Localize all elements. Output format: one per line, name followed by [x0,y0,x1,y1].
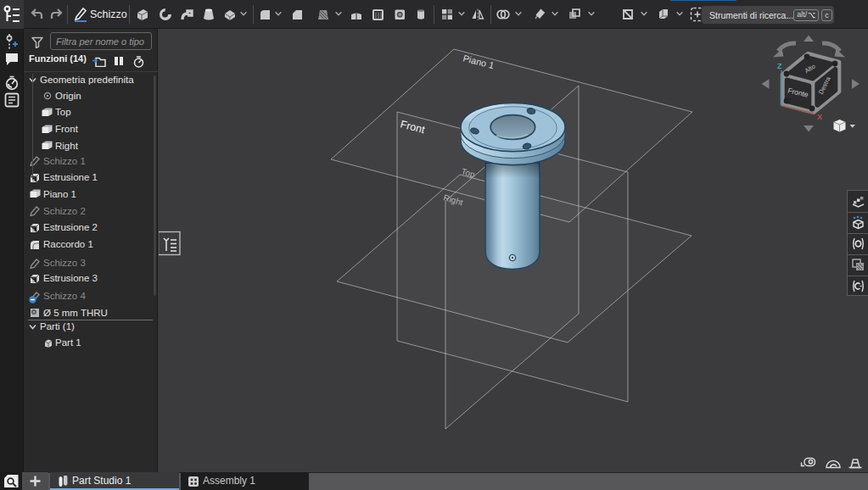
svg-text:X: X [817,113,822,121]
svg-text:Z: Z [777,62,782,70]
